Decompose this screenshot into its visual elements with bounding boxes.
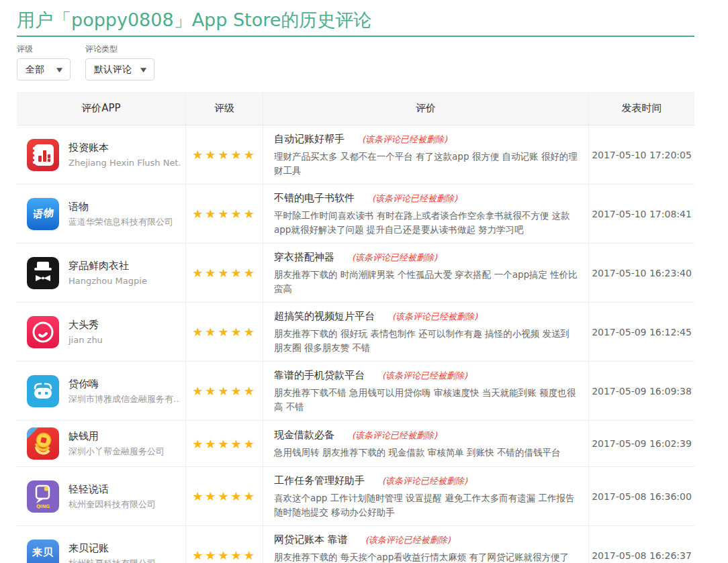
star-rating: ★★★★★ — [192, 384, 257, 398]
page-title: 用户「poppy0808」App Store的历史评论 — [17, 9, 694, 32]
app-name: 来贝记账 — [69, 542, 156, 555]
table-row: QING 轻轻说话 杭州奎因科技有限公司 ★★★★★ 工作任务管理好助手 (该条… — [17, 467, 694, 526]
app-cell: 语物 语物 蓝道华荣信息科技有限公司 — [17, 185, 186, 243]
rating-cell: ★★★★★ — [186, 303, 263, 361]
review-title: 自动记账好帮手 — [274, 132, 345, 146]
time-cell: 2017-05-09 16:09:38 — [589, 362, 694, 420]
app-company: Hangzhou Magpie — [69, 275, 147, 287]
review-deleted-note: (该条评论已经被删除) — [392, 311, 477, 323]
rating-cell: ★★★★★ — [186, 467, 263, 525]
review-title: 靠谱的手机贷款平台 — [274, 368, 365, 382]
review-title: 现金借款必备 — [274, 427, 334, 442]
table-row: 穿品鲜肉衣社 Hangzhou Magpie ★★★★★ 穿衣搭配神器 (该条评… — [17, 244, 694, 303]
table-body: 投资账本 Zhejiang Hexin Flush Net... ★★★★★ 自… — [17, 125, 694, 563]
filter-rating-select[interactable]: 全部 ▼ — [17, 58, 71, 81]
review-title: 超搞笑的视频短片平台 — [274, 309, 375, 323]
review-body: 朋友推荐下载的 时尚潮牌男装 个性孤品大爱 穿衣搭配 一个app搞定 性价比蛮高 — [274, 268, 578, 296]
star-rating: ★★★★★ — [192, 266, 257, 280]
review-title: 网贷记账本 靠谱 — [274, 532, 348, 547]
review-body: 朋友推荐下载不错 急用钱可以用贷你嗨 审核速度快 当天就能到账 额度也很高 不错 — [274, 386, 578, 414]
review-title: 穿衣搭配神器 — [274, 250, 334, 264]
app-company: jian zhu — [69, 334, 103, 346]
page-header: 用户「poppy0808」App Store的历史评论 — [17, 0, 694, 37]
gold-coins-icon — [27, 427, 59, 460]
filter-review-type-select[interactable]: 默认评论 ▼ — [85, 58, 154, 81]
chevron-down-icon: ▼ — [140, 66, 146, 73]
app-name: 语物 — [69, 200, 173, 213]
star-rating: ★★★★★ — [192, 207, 257, 221]
review-cell: 自动记账好帮手 (该条评论已经被删除) 理财产品买太多 又都不在一个平台 有了这… — [263, 125, 589, 184]
review-body: 平时除工作时间喜欢读书 有时在路上或者谈合作空余拿书就很不方便 这款app就很好… — [274, 209, 578, 237]
review-cell: 靠谱的手机贷款平台 (该条评论已经被删除) 朋友推荐下载不错 急用钱可以用贷你嗨… — [263, 362, 589, 420]
rating-cell: ★★★★★ — [186, 125, 263, 184]
app-company: 深圳市博雅成信金融服务有... — [69, 393, 180, 405]
filter-rating-value: 全部 — [26, 64, 44, 76]
review-deleted-note: (该条评论已经被删除) — [372, 193, 457, 205]
app-name: 贷你嗨 — [69, 377, 180, 391]
review-cell: 网贷记账本 靠谱 (该条评论已经被删除) 朋友推荐下载的 每天挨个app看收益行… — [263, 526, 589, 563]
filters-bar: 评级 全部 ▼ 评论类型 默认评论 ▼ — [17, 44, 694, 81]
app-name: 穿品鲜肉衣社 — [69, 259, 147, 272]
table-row: 投资账本 Zhejiang Hexin Flush Net... ★★★★★ 自… — [17, 125, 694, 185]
review-body: 理财产品买太多 又都不在一个平台 有了这款app 很方便 自动记账 很好的理财工… — [274, 150, 578, 178]
tophat-bowtie-icon — [27, 257, 59, 289]
review-deleted-note: (该条评论已经被删除) — [365, 534, 451, 546]
time-cell: 2017-05-10 16:23:40 — [589, 244, 694, 302]
review-cell: 穿衣搭配神器 (该条评论已经被删除) 朋友推荐下载的 时尚潮牌男装 个性孤品大爱… — [263, 244, 589, 302]
app-name: 大头秀 — [69, 318, 103, 331]
rating-cell: ★★★★★ — [186, 185, 263, 243]
rating-cell: ★★★★★ — [186, 244, 263, 302]
column-header-review: 评价 — [263, 92, 589, 125]
table-row: 来贝 来贝记账 杭州航夏科技有限公司 ★★★★★ 网贷记账本 靠谱 (该条评论已… — [17, 526, 694, 563]
app-company: 杭州奎因科技有限公司 — [69, 499, 156, 511]
app-name: 缺钱用 — [69, 429, 165, 443]
time-cell: 2017-05-08 16:26:37 — [589, 526, 694, 563]
reviews-table: 评价APP 评级 评价 发表时间 投资账本 Zhejiang Hexin Flu… — [17, 92, 694, 563]
star-rating: ★★★★★ — [192, 548, 257, 562]
review-title: 工作任务管理好助手 — [274, 473, 365, 488]
filter-review-type-label: 评论类型 — [85, 44, 154, 54]
star-rating: ★★★★★ — [192, 325, 257, 339]
app-cell: 大头秀 jian zhu — [17, 303, 186, 361]
review-cell: 工作任务管理好助手 (该条评论已经被删除) 喜欢这个app 工作计划随时管理 设… — [263, 467, 589, 525]
face-circle-icon — [27, 316, 59, 348]
review-deleted-note: (该条评论已经被删除) — [382, 475, 467, 487]
review-deleted-note: (该条评论已经被删除) — [362, 134, 447, 146]
rating-cell: ★★★★★ — [186, 421, 263, 466]
column-header-time: 发表时间 — [589, 92, 694, 125]
review-cell: 现金借款必备 (该条评论已经被删除) 急用钱周转 朋友推荐下载的 现金借款 审核… — [263, 421, 589, 466]
table-header: 评价APP 评级 评价 发表时间 — [17, 92, 694, 125]
app-cell: 穿品鲜肉衣社 Hangzhou Magpie — [17, 244, 186, 302]
review-body: 急用钱周转 朋友推荐下载的 现金借款 审核简单 到账快 不错的借钱平台 — [274, 446, 578, 460]
chevron-down-icon: ▼ — [56, 66, 62, 73]
review-body: 喜欢这个app 工作计划随时管理 设置提醒 避免工作太多而有遗漏 工作报告随时随… — [274, 491, 578, 519]
column-header-app: 评价APP — [17, 92, 186, 125]
filter-rating-label: 评级 — [17, 44, 71, 54]
review-title: 不错的电子书软件 — [274, 191, 355, 205]
app-cell: 缺钱用 深圳小丫帮金融服务公司 — [17, 421, 186, 466]
filter-review-type: 评论类型 默认评论 ▼ — [85, 44, 154, 81]
review-deleted-note: (该条评论已经被删除) — [352, 429, 437, 442]
app-cell: 贷你嗨 深圳市博雅成信金融服务有... — [17, 362, 186, 420]
time-cell: 2017-05-10 17:08:41 — [589, 185, 694, 243]
table-row: 缺钱用 深圳小丫帮金融服务公司 ★★★★★ 现金借款必备 (该条评论已经被删除)… — [17, 421, 694, 467]
table-row: 大头秀 jian zhu ★★★★★ 超搞笑的视频短片平台 (该条评论已经被删除… — [17, 303, 694, 362]
app-company: 深圳小丫帮金融服务公司 — [69, 446, 165, 458]
review-deleted-note: (该条评论已经被删除) — [352, 252, 437, 264]
table-row: 语物 语物 蓝道华荣信息科技有限公司 ★★★★★ 不错的电子书软件 (该条评论已… — [17, 185, 694, 244]
yuwu-book-icon: 语物 — [27, 198, 59, 230]
column-header-rating: 评级 — [186, 92, 263, 125]
review-deleted-note: (该条评论已经被删除) — [382, 370, 467, 382]
filter-review-type-value: 默认评论 — [94, 64, 132, 76]
chat-bubble-qing-icon: QING — [27, 480, 59, 513]
pig-face-icon — [27, 375, 59, 407]
star-rating: ★★★★★ — [192, 489, 257, 503]
filter-rating: 评级 全部 ▼ — [17, 44, 71, 81]
review-body: 朋友推荐下载的 每天挨个app看收益行情太麻烦 有了网贷记账就很方便了 图标轻松… — [274, 550, 578, 563]
app-company: 蓝道华荣信息科技有限公司 — [69, 216, 173, 228]
review-cell: 不错的电子书软件 (该条评论已经被删除) 平时除工作时间喜欢读书 有时在路上或者… — [263, 185, 589, 243]
laibei-icon: 来贝 — [27, 540, 59, 563]
rating-cell: ★★★★★ — [186, 362, 263, 420]
table-row: 贷你嗨 深圳市博雅成信金融服务有... ★★★★★ 靠谱的手机贷款平台 (该条评… — [17, 362, 694, 421]
time-cell: 2017-05-10 17:20:05 — [589, 125, 694, 184]
